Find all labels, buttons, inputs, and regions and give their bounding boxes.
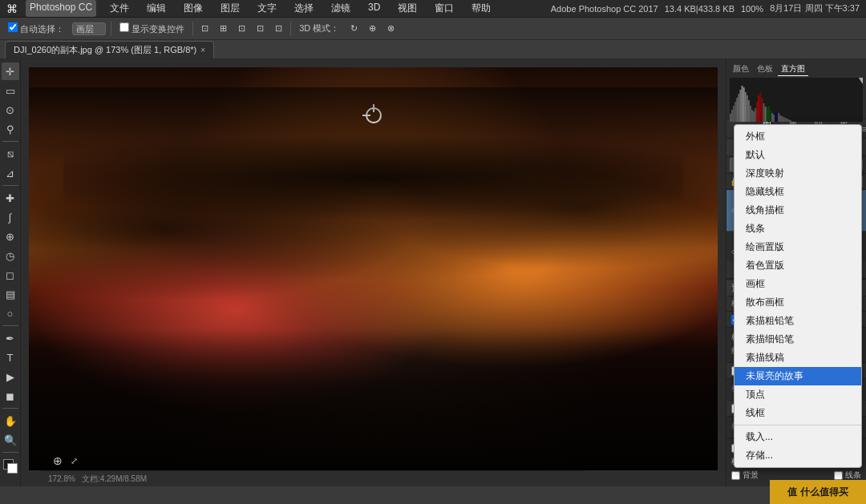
apple-logo-icon[interactable]: ⌘	[6, 2, 18, 15]
menu-3d[interactable]: 3D	[364, 0, 384, 17]
show-transform-check[interactable]: 显示变换控件	[116, 21, 188, 37]
tool-heal[interactable]: ✚	[2, 189, 19, 207]
ctx-save[interactable]: 存储...	[734, 446, 861, 465]
3d-mode-label: 3D 模式：	[296, 21, 342, 36]
ctx-outer-glow[interactable]: 外框	[734, 127, 861, 146]
tool-hand[interactable]: ✋	[2, 412, 19, 429]
3d-pan-btn[interactable]: ⊕	[366, 22, 379, 35]
tool-clone[interactable]: ⊕	[2, 228, 19, 245]
tool-lasso[interactable]: ⊙	[2, 101, 19, 119]
ctx-lines[interactable]: 线条	[734, 220, 861, 238]
canvas-content	[29, 67, 718, 470]
tool-eyedropper[interactable]: ⊿	[2, 164, 19, 182]
ctx-sep-1	[734, 425, 861, 425]
ctx-paint-canvas[interactable]: 绘画置版	[734, 238, 861, 256]
menu-text[interactable]: 文字	[253, 0, 281, 17]
ctx-pencil-fine[interactable]: 素描细铅笔	[734, 330, 861, 349]
menu-image[interactable]: 图像	[180, 0, 207, 17]
svg-rect-6	[739, 90, 741, 122]
ctx-corner-frame[interactable]: 线角描框	[734, 201, 861, 220]
menu-select[interactable]: 选择	[290, 0, 318, 17]
doc-tab-bar: DJI_0260的副本.jpg @ 173% (图层 1, RGB/8*) ×	[0, 40, 866, 59]
tool-sep-2	[2, 185, 18, 186]
ctx-depth-map[interactable]: 深度映射	[734, 164, 861, 183]
align-left-btn[interactable]: ⊡	[198, 22, 212, 35]
menu-file[interactable]: 文件	[106, 0, 133, 17]
canvas-coords: ⊕ ⤢	[50, 453, 78, 469]
svg-rect-34	[787, 119, 788, 122]
align-center-btn[interactable]: ⊞	[216, 22, 230, 35]
ctx-pencil-lines[interactable]: 素描线稿	[734, 349, 861, 367]
tool-sep-5	[2, 452, 18, 453]
ctx-color-canvas[interactable]: 着色置版	[734, 256, 861, 275]
svg-rect-35	[788, 119, 790, 122]
menu-filter[interactable]: 滤镜	[327, 0, 354, 17]
canvas-area[interactable]: ⊕ ⤢ 172.8% 文档:4.29M/8.58M	[21, 59, 726, 486]
ctx-line-frame[interactable]: 线框	[734, 404, 861, 422]
hist-tab-color[interactable]: 颜色	[730, 62, 752, 76]
tool-magic-wand[interactable]: ⚲	[2, 120, 19, 138]
coord-text: ⤢	[71, 456, 78, 466]
svg-rect-23	[768, 106, 770, 122]
svg-rect-5	[738, 94, 739, 122]
tool-move[interactable]: ✛	[2, 62, 19, 80]
ctx-light-story[interactable]: 未展亮的故事	[734, 367, 861, 385]
menu-view[interactable]: 视图	[394, 0, 421, 17]
ctx-default[interactable]: 默认	[734, 146, 861, 164]
histogram-svg	[730, 78, 863, 122]
tool-shape[interactable]: ◼	[2, 387, 19, 405]
bg-cb[interactable]: 背景	[731, 470, 759, 481]
lines-cb[interactable]: 线条	[834, 470, 861, 481]
svg-rect-18	[759, 92, 761, 122]
align-right-btn[interactable]: ⊡	[235, 22, 249, 35]
svg-rect-12	[750, 106, 751, 122]
histogram-canvas	[730, 78, 863, 122]
svg-rect-25	[771, 113, 773, 122]
file-size-info: 13.4 KB|433.8 KB	[665, 4, 734, 14]
svg-rect-14	[753, 111, 755, 122]
title-bar-text: Adobe Photoshop CC 2017	[551, 4, 658, 14]
ctx-pencil-rough[interactable]: 素描粗铅笔	[734, 312, 861, 330]
menu-help[interactable]: 帮助	[467, 0, 495, 17]
layer-mode-select[interactable]: 画层 组	[72, 22, 106, 35]
menu-photoshop[interactable]: Photoshop CC	[26, 0, 96, 17]
tool-sep-3	[2, 325, 18, 326]
menu-layer[interactable]: 图层	[216, 0, 244, 17]
tool-brush[interactable]: ∫	[2, 208, 19, 226]
tool-rect-select[interactable]: ▭	[2, 82, 19, 99]
hist-tab-histogram[interactable]: 直方图	[778, 62, 808, 76]
tool-path-select[interactable]: ▶	[2, 368, 19, 385]
ctx-top[interactable]: 顶点	[734, 385, 861, 404]
align-bottom-btn[interactable]: ⊡	[272, 22, 285, 35]
opt-sep-2	[192, 22, 193, 36]
tool-dodge[interactable]: ○	[2, 304, 19, 322]
ctx-frame[interactable]: 画框	[734, 275, 861, 293]
ctx-spread-cloth[interactable]: 散布画框	[734, 293, 861, 312]
menu-edit[interactable]: 编辑	[143, 0, 170, 17]
svg-rect-11	[748, 100, 750, 122]
left-toolbar: ✛ ▭ ⊙ ⚲ ⧅ ⊿ ✚ ∫ ⊕ ◷ ◻ ▤ ○ ✒ T ▶ ◼ ✋ 🔍	[0, 59, 21, 486]
menu-window[interactable]: 窗口	[431, 0, 458, 17]
lines-cb-label: 线条	[845, 470, 861, 481]
svg-rect-19	[761, 98, 763, 122]
tool-gradient[interactable]: ▤	[2, 285, 19, 303]
ctx-hide-lines[interactable]: 隐藏线框	[734, 183, 861, 201]
tool-text[interactable]: T	[2, 349, 19, 366]
tool-history-brush[interactable]: ◷	[2, 247, 19, 264]
menu-items: Photoshop CC 文件 编辑 图像 图层 文字 选择 滤镜 3D 视图 …	[26, 0, 551, 17]
hist-tab-swatch[interactable]: 色板	[754, 62, 776, 76]
doc-tab-close[interactable]: ×	[200, 46, 205, 54]
tool-crop[interactable]: ⧅	[2, 145, 19, 163]
foreground-bg-color[interactable]	[2, 458, 19, 475]
doc-tab-main[interactable]: DJI_0260的副本.jpg @ 173% (图层 1, RGB/8*) ×	[5, 41, 214, 58]
align-top-btn[interactable]: ⊡	[253, 22, 267, 35]
svg-rect-17	[758, 95, 759, 122]
tool-zoom[interactable]: 🔍	[2, 431, 19, 449]
3d-zoom-btn[interactable]: ⊗	[384, 22, 398, 35]
clouds-overlay	[29, 67, 718, 470]
3d-rotate-btn[interactable]: ↻	[347, 22, 361, 35]
tool-eraser[interactable]: ◻	[2, 266, 19, 284]
tool-pen[interactable]: ✒	[2, 329, 19, 347]
auto-select-checkbox[interactable]: 自动选择：	[5, 21, 67, 37]
ctx-import[interactable]: 载入...	[734, 428, 861, 446]
